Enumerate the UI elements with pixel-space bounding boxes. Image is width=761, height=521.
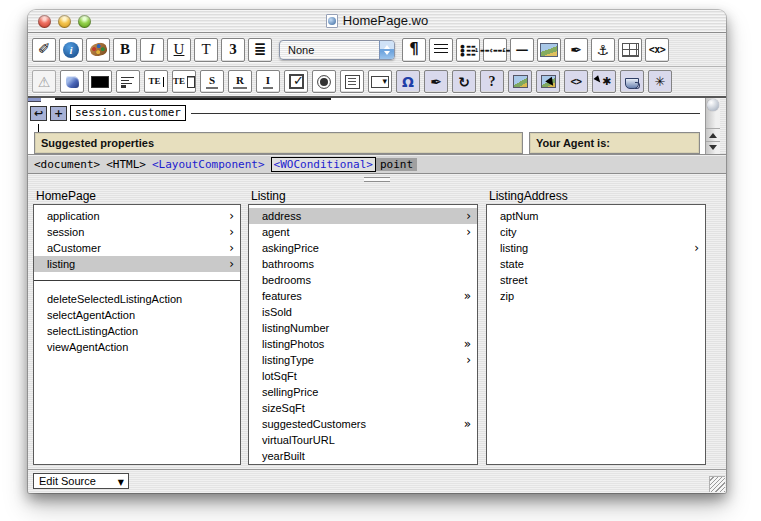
repetition-element-button[interactable]: ↻ [452, 70, 476, 93]
list-item-state[interactable]: state [487, 256, 705, 272]
markup-eraser-button[interactable]: ✐ [32, 38, 56, 62]
table-cell-suggested-properties[interactable]: Suggested properties [34, 132, 523, 154]
underline-button[interactable]: U [167, 38, 191, 62]
list-item-listing[interactable]: listing› [487, 240, 705, 256]
path-item[interactable]: <WOConditional> [271, 157, 376, 172]
path-item[interactable]: point [376, 158, 417, 171]
titlebar[interactable]: HomePage.wo [28, 10, 726, 33]
list-item-deleteSelectedListingAction[interactable]: deleteSelectedListingAction [34, 291, 240, 307]
list-item-selectListingAction[interactable]: selectListingAction [34, 323, 240, 339]
list-item-askingPrice[interactable]: askingPrice [249, 240, 477, 256]
list-item-isSold[interactable]: isSold [249, 304, 477, 320]
list-item-street[interactable]: street [487, 272, 705, 288]
scroll-up-button[interactable] [706, 128, 720, 141]
component-content-button[interactable] [60, 70, 84, 93]
item-label: sizeSqFt [249, 402, 471, 414]
list-item-suggestedCustomers[interactable]: suggestedCustomers» [249, 416, 477, 432]
popup-menu-element-button[interactable] [368, 70, 392, 93]
list-item-zip[interactable]: zip [487, 288, 705, 304]
edit-source-popup[interactable]: Edit Source [33, 473, 129, 489]
underline-button-icon: U [174, 42, 185, 57]
path-item[interactable]: <HTML> [106, 158, 146, 171]
column-title: ListingAddress [486, 186, 706, 204]
item-label: aptNum [487, 210, 699, 222]
info-button[interactable]: i [59, 38, 83, 62]
splitter[interactable] [28, 174, 726, 184]
resize-grip[interactable] [709, 476, 725, 492]
list-item-application[interactable]: application› [34, 208, 240, 224]
path-item[interactable]: <document> [34, 158, 100, 171]
scrollbar-thumb[interactable] [707, 99, 719, 111]
horizontal-rule-button[interactable]: — [510, 38, 534, 62]
browser-list-element-button[interactable] [340, 70, 364, 93]
editor-scrollbar[interactable] [705, 98, 720, 154]
radio-element-button[interactable] [312, 70, 336, 93]
hyperlink-element-button[interactable]: ✒ [424, 70, 448, 93]
custom-element-button[interactable]: ✱ [592, 70, 616, 93]
list-item-lotSqFt[interactable]: lotSqFt [249, 368, 477, 384]
list-item-virtualTourURL[interactable]: virtualTourURL [249, 432, 477, 448]
bold-button[interactable]: B [113, 38, 137, 62]
list-item-agent[interactable]: agent› [249, 224, 477, 240]
component-editor[interactable]: ↩ + session.customer Suggested propertie… [28, 98, 726, 155]
colors-button[interactable] [86, 38, 110, 62]
scroll-down-button[interactable] [706, 141, 720, 154]
browser-column-listing: Listingaddress›agent›askingPricebathroom… [248, 186, 478, 465]
binding-token[interactable]: session.customer [70, 105, 186, 121]
conditional-element-button[interactable]: ? [480, 70, 504, 93]
splitter-grip-icon[interactable] [364, 177, 390, 182]
generic-element-button[interactable]: <> [564, 70, 588, 93]
list-item-aptNum[interactable]: aptNum [487, 208, 705, 224]
table-cell-your-agent[interactable]: Your Agent is: [529, 132, 700, 154]
alignment-button[interactable]: ≣ [248, 38, 272, 62]
list-item-features[interactable]: features» [249, 288, 477, 304]
body-block-button[interactable] [88, 70, 112, 93]
submit-button-element[interactable]: S [200, 70, 224, 93]
string-element-button[interactable]: Ω [396, 70, 420, 93]
list-item-bedrooms[interactable]: bedrooms [249, 272, 477, 288]
any-dynamic-element-button[interactable]: ✳ [648, 70, 672, 93]
image-button[interactable] [537, 38, 561, 62]
list-item-listingPhotos[interactable]: listingPhotos» [249, 336, 477, 352]
list-item-selectAgentAction[interactable]: selectAgentAction [34, 307, 240, 323]
list-item-session[interactable]: session› [34, 224, 240, 240]
text-field-button[interactable]: TE [144, 70, 168, 93]
teletype-button[interactable]: T [194, 38, 218, 62]
plus-icon[interactable]: + [50, 106, 67, 121]
image-element-button[interactable] [508, 70, 532, 93]
list-item-city[interactable]: city [487, 224, 705, 240]
table-button[interactable] [618, 38, 642, 62]
list-item-listingType[interactable]: listingType› [249, 352, 477, 368]
list-item-bathrooms[interactable]: bathrooms [249, 256, 477, 272]
checkbox-element-button[interactable] [284, 70, 308, 93]
form-button[interactable] [116, 70, 140, 93]
paragraph-format-popup[interactable]: None [279, 40, 395, 60]
item-label: zip [487, 290, 699, 302]
text-area-button[interactable]: TE [172, 70, 196, 93]
validation-warning-button[interactable]: ⚠ [32, 70, 56, 93]
item-label: askingPrice [249, 242, 471, 254]
list-item-aCustomer[interactable]: aCustomer› [34, 240, 240, 256]
webobject-tag-button[interactable]: <x> [645, 38, 669, 62]
path-item[interactable]: <LayoutComponent> [152, 158, 265, 171]
active-image-element-button[interactable] [536, 70, 560, 93]
list-item-yearBuilt[interactable]: yearBuilt [249, 448, 477, 464]
list-item-sellingPrice[interactable]: sellingPrice [249, 384, 477, 400]
numbered-list-button[interactable] [483, 38, 507, 62]
java-applet-button[interactable] [620, 70, 644, 93]
paragraph-button[interactable]: ¶ [402, 38, 426, 62]
list-item-viewAgentAction[interactable]: viewAgentAction [34, 339, 240, 355]
hyperlink-pen-button[interactable]: ✒ [564, 38, 588, 62]
reset-button-element[interactable]: R [228, 70, 252, 93]
input-button-element[interactable]: I [256, 70, 280, 93]
loop-icon[interactable]: ↩ [30, 106, 47, 121]
horizontal-rule-button-icon: — [516, 43, 529, 56]
list-item-sizeSqFt[interactable]: sizeSqFt [249, 400, 477, 416]
list-item-listingNumber[interactable]: listingNumber [249, 320, 477, 336]
format-block-button[interactable] [429, 38, 453, 62]
font-size-button[interactable]: 3 [221, 38, 245, 62]
anchor-button[interactable]: ⚓ [591, 38, 615, 62]
list-item-address[interactable]: address› [249, 208, 477, 224]
italic-button[interactable]: I [140, 38, 164, 62]
list-item-listing[interactable]: listing› [34, 256, 240, 272]
